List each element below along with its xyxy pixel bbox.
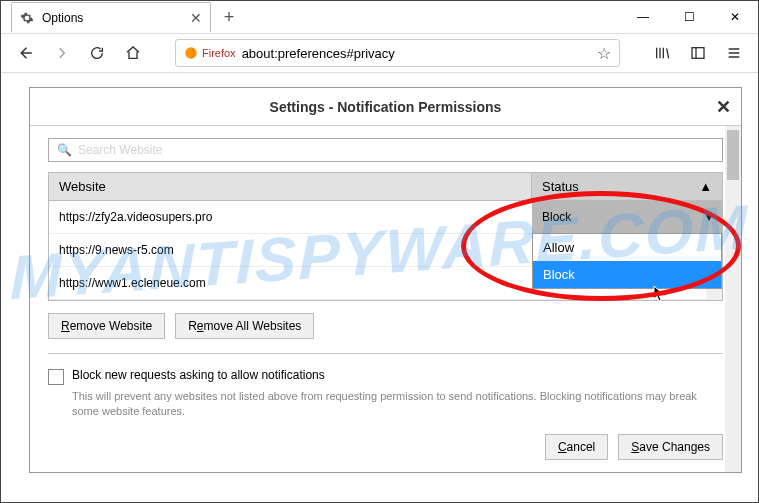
url-input[interactable] <box>242 46 591 61</box>
library-button[interactable] <box>648 39 676 67</box>
dropdown-option-allow[interactable]: Allow <box>533 234 721 261</box>
arrow-left-icon <box>16 44 34 62</box>
search-icon: 🔍 <box>57 143 72 157</box>
cancel-button[interactable]: Cancel <box>545 434 608 460</box>
dialog-title: Settings - Notification Permissions <box>270 99 502 115</box>
remove-all-websites-button[interactable]: Remove All Websites <box>175 313 314 339</box>
forward-button[interactable] <box>47 39 75 67</box>
sort-indicator-icon: ▲ <box>699 179 712 194</box>
website-cell: https://9.news-r5.com <box>49 234 532 266</box>
menu-button[interactable] <box>720 39 748 67</box>
remove-website-button[interactable]: Remove Website <box>48 313 165 339</box>
new-tab-button[interactable]: + <box>217 7 241 28</box>
browser-tab[interactable]: Options ✕ <box>11 2 211 32</box>
gear-icon <box>20 11 34 25</box>
column-status[interactable]: Status ▲ <box>532 173 722 200</box>
reload-icon <box>89 45 105 61</box>
bookmark-star-icon[interactable]: ☆ <box>597 44 611 63</box>
tab-title: Options <box>42 11 83 25</box>
dialog-scrollbar[interactable] <box>725 126 741 472</box>
dropdown-option-block[interactable]: Block <box>533 261 721 288</box>
url-bar[interactable]: Firefox ☆ <box>175 39 620 67</box>
maximize-button[interactable]: ☐ <box>666 1 712 33</box>
status-dropdown-menu: Allow Block <box>532 233 722 289</box>
permissions-table: Website Status ▲ https://zfy2a.videosupe… <box>48 172 723 301</box>
checkbox-label: Block new requests asking to allow notif… <box>72 368 325 382</box>
sidebar-icon <box>690 45 706 61</box>
notification-permissions-dialog: Settings - Notification Permissions ✕ 🔍 … <box>29 87 742 473</box>
dialog-close-button[interactable]: ✕ <box>716 96 731 118</box>
website-cell: https://www1.ecleneue.com <box>49 267 532 299</box>
help-text: This will prevent any websites not liste… <box>72 389 723 420</box>
block-new-requests-checkbox[interactable] <box>48 369 64 385</box>
chevron-down-icon: ▾ <box>706 210 712 224</box>
back-button[interactable] <box>11 39 39 67</box>
website-cell: https://zfy2a.videosupers.pro <box>49 201 532 233</box>
hamburger-icon <box>726 45 742 61</box>
svg-rect-1 <box>692 48 704 59</box>
firefox-icon <box>184 46 198 60</box>
arrow-right-icon <box>53 45 69 61</box>
library-icon <box>654 45 670 61</box>
svg-point-0 <box>185 47 197 59</box>
minimize-button[interactable]: — <box>620 1 666 33</box>
home-button[interactable] <box>119 39 147 67</box>
close-window-button[interactable]: ✕ <box>712 1 758 33</box>
column-website[interactable]: Website <box>49 173 532 200</box>
save-changes-button[interactable]: Save Changes <box>618 434 723 460</box>
firefox-badge: Firefox <box>184 46 236 60</box>
status-dropdown[interactable]: Block ▾ <box>532 201 722 233</box>
reload-button[interactable] <box>83 39 111 67</box>
sidebar-button[interactable] <box>684 39 712 67</box>
close-tab-icon[interactable]: ✕ <box>190 10 202 26</box>
search-website-input[interactable]: 🔍 Search Website <box>48 138 723 162</box>
table-row[interactable]: https://zfy2a.videosupers.pro Block ▾ Al… <box>49 201 722 234</box>
home-icon <box>125 45 141 61</box>
